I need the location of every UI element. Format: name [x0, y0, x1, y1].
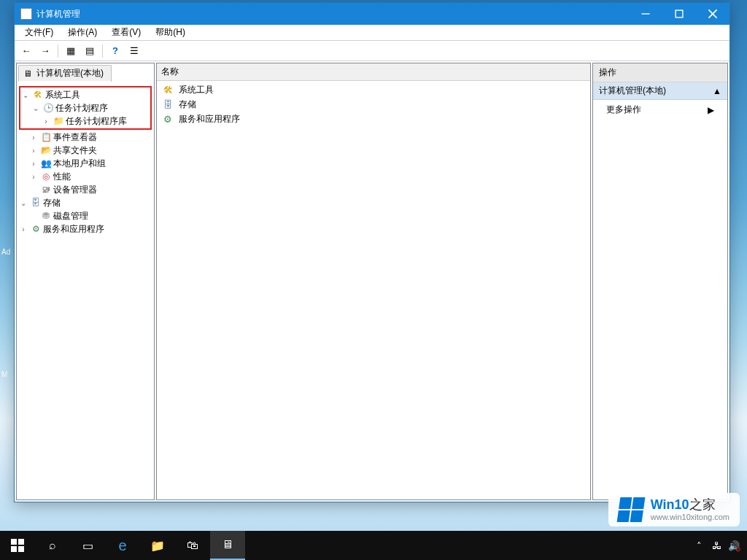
properties-icon: ☰ — [130, 45, 139, 56]
list-item-label: 系统工具 — [179, 84, 214, 96]
tree-node-task-scheduler[interactable]: ⌄ 🕒 任务计划程序 — [20, 101, 150, 114]
pane-icon: ▦ — [66, 45, 75, 56]
taskbar-app-store[interactable]: 🛍 — [175, 531, 210, 560]
minimize-button[interactable] — [629, 3, 662, 25]
desktop-icon[interactable]: Ad — [1, 248, 13, 260]
actions-section-label: 计算机管理(本地) — [599, 85, 666, 97]
maximize-button[interactable] — [662, 3, 696, 25]
nav-back-button[interactable]: ← — [18, 43, 35, 59]
svg-rect-1 — [676, 10, 683, 18]
tree-label: 设备管理器 — [53, 184, 97, 196]
column-header-name[interactable]: 名称 — [157, 63, 590, 81]
toolbar-separator — [58, 44, 58, 58]
tree-label: 共享文件夹 — [53, 144, 97, 157]
device-icon: 🖳 — [40, 184, 52, 195]
action-label: 更多操作 — [606, 104, 641, 116]
action-more[interactable]: 更多操作 ▶ — [593, 100, 727, 120]
menu-file[interactable]: 文件(F) — [18, 25, 61, 40]
clock-icon: 🕒 — [42, 102, 54, 114]
arrow-left-icon: ← — [22, 45, 31, 56]
search-button[interactable]: ⌕ — [35, 531, 70, 560]
expander-icon[interactable] — [28, 212, 39, 220]
expander-icon[interactable]: ⌄ — [31, 104, 41, 112]
tree-root-node[interactable]: 🖥 计算机管理(本地) — [18, 65, 112, 82]
start-button[interactable] — [0, 531, 35, 560]
list-item[interactable]: 🗄 存储 — [158, 97, 589, 112]
computer-management-window: 计算机管理 文件(F) 操作(A) 查看(V) 帮助(H) ← → ▦ ▤ ? … — [14, 2, 730, 502]
chevron-right-icon: ▶ — [708, 105, 714, 115]
desktop-icon[interactable] — [1, 289, 13, 300]
task-view-button[interactable]: ▭ — [70, 531, 105, 560]
desktop-icon[interactable] — [1, 330, 13, 341]
tree-node-disk-management[interactable]: ⛃ 磁盘管理 — [18, 209, 152, 222]
system-tray: ˄ 🖧 🔊⊘ — [686, 540, 747, 551]
actions-pane: 操作 计算机管理(本地) ▲ 更多操作 ▶ — [592, 63, 728, 500]
menu-view[interactable]: 查看(V) — [104, 25, 148, 40]
tree-label: 存储 — [43, 197, 61, 209]
taskbar-app-edge[interactable]: e — [105, 531, 140, 560]
tree-root-label: 计算机管理(本地) — [36, 67, 104, 79]
expander-icon[interactable]: ⌄ — [20, 91, 31, 99]
expander-icon[interactable] — [28, 186, 39, 194]
tree-label: 系统工具 — [45, 89, 80, 101]
taskbar-app-mmc[interactable]: 🖥 — [210, 531, 245, 560]
expander-icon[interactable]: › — [41, 117, 51, 125]
list-item[interactable]: ⚙ 服务和应用程序 — [158, 112, 589, 126]
expander-icon[interactable]: › — [18, 225, 28, 233]
watermark-url: www.win10xitong.com — [651, 513, 729, 521]
nav-forward-button[interactable]: → — [36, 43, 54, 59]
menubar: 文件(F) 操作(A) 查看(V) 帮助(H) — [15, 25, 729, 41]
show-hide-tree-button[interactable]: ▦ — [62, 43, 80, 59]
expander-icon[interactable]: › — [28, 160, 39, 168]
services-icon: ⚙ — [30, 223, 42, 235]
properties-button[interactable]: ☰ — [125, 43, 143, 59]
expander-icon[interactable]: › — [28, 147, 39, 155]
svg-rect-6 — [11, 546, 17, 552]
help-button[interactable]: ? — [107, 43, 124, 59]
tree-node-device-manager[interactable]: 🖳 设备管理器 — [18, 183, 152, 196]
folder-icon: 📁 — [53, 115, 64, 127]
edge-icon: e — [118, 537, 126, 554]
tree-label: 任务计划程序 — [55, 102, 108, 114]
expander-icon[interactable]: › — [28, 173, 39, 181]
close-button[interactable] — [696, 3, 729, 25]
highlight-annotation: ⌄ 🛠 系统工具 ⌄ 🕒 任务计划程序 › 📁 任务计划程序库 — [19, 86, 152, 130]
desktop-icon[interactable]: M — [1, 370, 13, 382]
menu-help[interactable]: 帮助(H) — [148, 25, 193, 40]
actions-section[interactable]: 计算机管理(本地) ▲ — [593, 82, 727, 100]
volume-icon[interactable]: 🔊⊘ — [728, 540, 740, 551]
tree-node-event-viewer[interactable]: › 📋 事件查看器 — [18, 131, 152, 144]
list-item-label: 存储 — [179, 98, 196, 111]
tree-label: 任务计划程序库 — [66, 115, 127, 128]
expander-icon[interactable]: ⌄ — [18, 199, 28, 207]
store-icon: 🛍 — [187, 539, 198, 552]
list-item[interactable]: 🛠 系统工具 — [158, 82, 589, 97]
help-icon: ? — [112, 45, 118, 56]
expander-icon[interactable]: › — [28, 133, 39, 141]
toolbar: ← → ▦ ▤ ? ☰ — [15, 41, 729, 61]
windows-logo-icon — [11, 539, 24, 552]
export-list-button[interactable]: ▤ — [81, 43, 98, 59]
navigation-tree-pane: 🖥 计算机管理(本地) ⌄ 🛠 系统工具 ⌄ 🕒 任务计划程序 — [16, 63, 155, 500]
watermark-brand-b: 之家 — [689, 497, 716, 512]
network-icon[interactable]: 🖧 — [711, 540, 722, 551]
titlebar[interactable]: 计算机管理 — [15, 3, 729, 25]
tray-chevron-icon[interactable]: ˄ — [693, 540, 705, 551]
tree-node-local-users[interactable]: › 👥 本地用户和组 — [18, 157, 152, 170]
tree-node-system-tools[interactable]: ⌄ 🛠 系统工具 — [20, 88, 150, 101]
menu-action[interactable]: 操作(A) — [61, 25, 104, 40]
tree-node-services-apps[interactable]: › ⚙ 服务和应用程序 — [18, 222, 152, 236]
tree-label: 服务和应用程序 — [43, 223, 104, 236]
folder-icon: 📁 — [150, 539, 165, 553]
actions-header: 操作 — [593, 63, 727, 82]
taskbar-app-explorer[interactable]: 📁 — [140, 531, 175, 560]
computer-icon: 🖥 — [222, 538, 233, 551]
tree-node-task-library[interactable]: › 📁 任务计划程序库 — [20, 114, 150, 128]
tree-node-shared-folders[interactable]: › 📂 共享文件夹 — [18, 144, 152, 157]
tree-node-storage[interactable]: ⌄ 🗄 存储 — [18, 196, 152, 209]
taskbar: ⌕ ▭ e 📁 🛍 🖥 ˄ 🖧 🔊⊘ — [0, 531, 747, 560]
storage-icon: 🗄 — [161, 98, 174, 110]
tree-node-performance[interactable]: › ◎ 性能 — [18, 170, 152, 183]
tree-label: 性能 — [53, 171, 71, 183]
computer-icon: 🖥 — [22, 68, 34, 79]
